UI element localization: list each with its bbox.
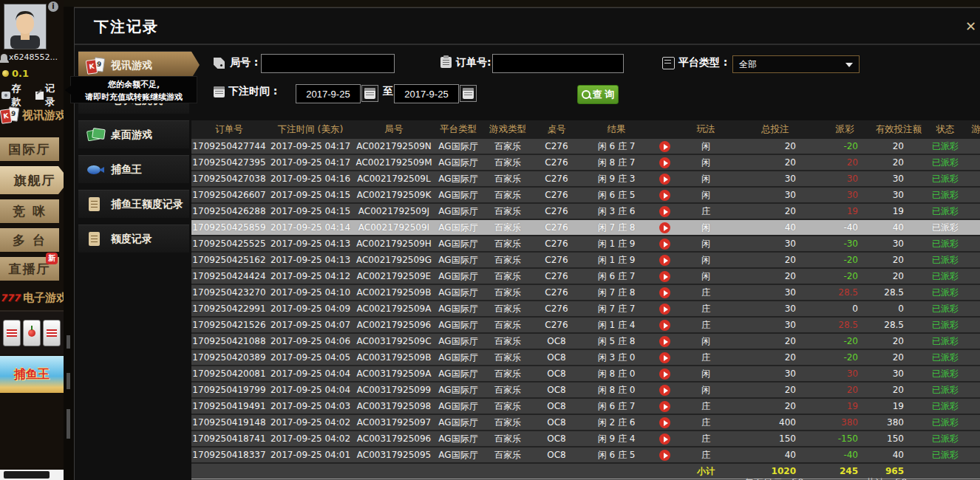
cell-round-number: AC0021792509G [354,252,434,268]
cell-game-type: 百家乐 [483,139,533,154]
nav-video-games[interactable]: 视讯游戏 [0,102,64,128]
hall-button[interactable]: 国际厅 [0,137,59,161]
cell-bet-time: 2017-09-25 04:05 [267,349,354,366]
cell-order: 1709250420081 [191,366,267,382]
cell-status: 已派彩 [923,187,967,203]
fish-king-banner[interactable]: 捕鱼王 [0,356,64,393]
cell-game-mode: - [967,219,980,236]
table-row[interactable]: 17092504251622017-09-25 04:13AC002179250… [191,252,980,268]
video-play-icon[interactable] [659,417,670,428]
cell-valid-bet: 30 [874,171,923,187]
hall-button[interactable]: 多 台 [0,228,59,252]
video-play-icon[interactable] [659,239,670,250]
table-row[interactable]: 17092504229912017-09-25 04:09AC002179250… [191,301,980,317]
video-play-icon[interactable] [659,271,670,282]
cell-status: 已派彩 [923,171,967,187]
video-play-icon[interactable] [659,336,670,347]
table-row[interactable]: 17092504191482017-09-25 04:02AC003179250… [191,414,980,431]
slot-machine-banner[interactable] [0,310,64,354]
hall-button[interactable]: 直播厅新 [0,257,59,281]
cell-game-mode: - [967,447,980,463]
table-row[interactable]: 17092504273952017-09-25 04:17AC002179250… [191,154,980,171]
video-play-icon[interactable] [659,157,670,168]
video-play-icon[interactable] [659,304,670,315]
video-play-icon[interactable] [659,385,670,396]
date-from-calendar-button[interactable] [361,85,378,102]
date-from-input[interactable] [296,84,361,103]
menu-item-捕鱼王额度记录[interactable]: 捕鱼王额度记录 [78,190,189,218]
table-row[interactable]: 17092504232702017-09-25 04:10AC002179250… [191,284,980,301]
platform-type-select[interactable]: 全部 [732,55,860,73]
table-row[interactable]: 17092504203892017-09-25 04:05AC003179250… [191,349,980,366]
order-number-input[interactable] [492,54,624,73]
cell-round-number: AC0031792509C [354,333,434,349]
video-play-icon[interactable] [659,287,670,298]
video-play-icon[interactable] [659,320,670,331]
menu-item-视讯游戏[interactable]: 视讯游戏 [78,51,200,79]
cell-order: 1709250425525 [191,236,267,252]
video-play-icon[interactable] [659,450,670,461]
video-play-icon[interactable] [659,352,670,363]
video-play-icon[interactable] [659,190,670,201]
table-row[interactable]: 17092504244242017-09-25 04:12AC002179250… [191,268,980,284]
cell-status: 已派彩 [923,252,967,268]
menu-item-捕鱼王[interactable]: 捕鱼王 [78,155,189,183]
video-play-icon[interactable] [659,222,670,233]
cell-valid-bet: 380 [874,414,923,431]
avatar[interactable] [4,4,47,49]
date-to-calendar-button[interactable] [460,85,477,102]
cell-status: 已派彩 [923,317,967,333]
table-row[interactable]: 17092504210882017-09-25 04:06AC003179250… [191,333,980,349]
table-row[interactable]: 17092504266072017-09-25 04:15AC002179250… [191,187,980,203]
column-header-5: 桌号 [533,120,580,139]
search-button[interactable]: 查 询 [577,85,619,104]
info-icon[interactable]: i [48,1,58,12]
video-play-icon[interactable] [659,368,670,380]
table-row[interactable]: 17092504270382017-09-25 04:16AC002179250… [191,171,980,187]
video-play-icon[interactable] [659,433,670,445]
hall-button[interactable]: 旗舰厅 [0,166,69,194]
hall-button[interactable]: 竞 咪 [0,199,59,223]
table-row[interactable]: 17092504194912017-09-25 04:03AC003179250… [191,398,980,414]
video-play-icon[interactable] [659,401,670,412]
table-row[interactable]: 17092504258592017-09-25 04:14AC002179250… [191,219,980,236]
username: x6248552... [9,52,58,62]
menu-item-额度记录[interactable]: 额度记录 [78,224,189,253]
cell-bet-time: 2017-09-25 04:17 [267,154,354,171]
gutter-handle[interactable] [67,373,70,389]
user-icon [1,54,7,61]
cell-play-type: 闲 [676,382,735,398]
video-play-icon[interactable] [659,141,670,152]
cell-bet-time: 2017-09-25 04:13 [267,252,354,268]
close-icon[interactable]: ✕ [965,18,976,34]
app-sidebar: i x6248552... 0.1 存款 记录 视讯游戏 国际厅旗舰厅竞 咪多 … [0,0,64,480]
cell-platform: AG国际厅 [434,139,483,154]
cell-play-type: 庄 [676,431,735,447]
cell-replay [653,414,676,431]
cell-result: 闲 6 庄 7 [580,139,653,154]
cell-status: 已派彩 [923,301,967,317]
avatar-portrait [4,4,46,49]
gutter-handle[interactable] [67,335,70,349]
video-play-icon[interactable] [659,174,670,185]
cell-bet-time: 2017-09-25 04:09 [267,301,354,317]
table-row[interactable]: 17092504187412017-09-25 04:02AC003179250… [191,431,980,447]
cell-payout: 30 [815,171,874,187]
table-row[interactable]: 17092504200812017-09-25 04:04AC003179250… [191,366,980,382]
menu-item-桌面游戏[interactable]: 桌面游戏 [78,120,189,148]
video-play-icon[interactable] [659,255,670,266]
table-row[interactable]: 17092504215262017-09-25 04:07AC002179250… [191,317,980,333]
round-number-input[interactable] [261,54,395,73]
gutter-handle[interactable] [67,409,70,439]
hall-label: 多 台 [13,233,47,247]
column-header-0: 订单号 [191,120,267,139]
video-play-icon[interactable] [659,206,670,217]
nav-egames[interactable]: 777 电子游戏 [0,287,64,309]
table-row[interactable]: 17092504277442017-09-25 04:17AC002179250… [191,139,980,154]
table-row[interactable]: 17092504183372017-09-25 04:01AC003179250… [191,447,980,463]
date-to-input[interactable] [394,84,459,103]
table-row[interactable]: 17092504197992017-09-25 04:04AC003179250… [191,382,980,398]
table-row[interactable]: 17092504255252017-09-25 04:13AC002179250… [191,236,980,252]
table-row[interactable]: 17092504262882017-09-25 04:15AC002179250… [191,203,980,219]
cell-result: 闲 1 庄 9 [580,236,653,252]
